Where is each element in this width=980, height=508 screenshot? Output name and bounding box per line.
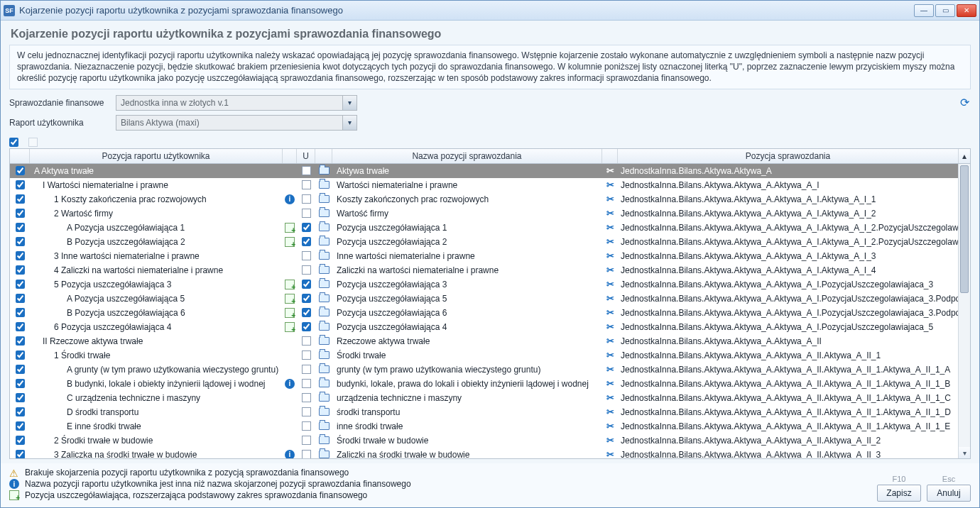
u-checkbox[interactable] [302,280,311,289]
row-checkbox[interactable] [16,407,25,416]
table-row[interactable]: C urządzenia techniczne i maszynyurządze… [10,391,958,405]
scissors-icon[interactable]: ✂ [606,435,614,446]
row-checkbox[interactable] [16,365,25,374]
u-checkbox[interactable] [302,308,311,317]
refresh-icon[interactable]: ⟳ [958,96,971,109]
table-row[interactable]: 3 Inne wartości niematerialne i prawneIn… [10,249,958,263]
maximize-button[interactable]: ▭ [935,4,955,17]
scissors-icon[interactable]: ✂ [606,194,614,204]
folder-icon[interactable] [319,223,330,231]
u-cell[interactable] [297,277,315,292]
scissors-icon[interactable]: ✂ [606,279,614,289]
scissors-icon[interactable]: ✂ [606,392,614,403]
u-cell[interactable] [297,306,315,320]
row-checkbox[interactable] [16,379,25,388]
row-checkbox[interactable] [16,280,25,289]
select-all-checkbox[interactable] [9,138,18,147]
u-cell[interactable] [297,178,315,192]
row-checkbox[interactable] [16,322,25,331]
scroll-up-arrow-header[interactable]: ▴ [958,149,970,163]
u-cell[interactable] [297,235,315,249]
scroll-down-arrow[interactable]: ▾ [959,447,970,458]
u-checkbox[interactable] [302,407,311,416]
scissors-icon[interactable]: ✂ [606,364,614,375]
folder-icon[interactable] [319,181,330,189]
u-checkbox[interactable] [302,209,311,218]
row-checkbox[interactable] [16,350,25,360]
row-checkbox[interactable] [16,265,25,275]
u-cell[interactable] [297,164,315,178]
u-cell[interactable] [297,249,315,263]
table-row[interactable]: E inne środki trwałeinne środki trwałe✂J… [10,419,958,434]
table-row[interactable]: A Pozycja uszczegóławiająca 5Pozycja usz… [10,292,958,306]
cancel-button[interactable]: Anuluj [927,485,971,502]
folder-icon[interactable] [319,408,330,416]
scissors-icon[interactable]: ✂ [606,265,614,275]
u-cell[interactable] [297,320,315,334]
scissors-icon[interactable]: ✂ [606,421,614,431]
scissors-icon[interactable]: ✂ [606,293,614,304]
vertical-scrollbar[interactable]: ▾ [958,164,970,458]
scissors-icon[interactable]: ✂ [606,250,614,261]
row-checkbox[interactable] [16,336,25,346]
u-checkbox[interactable] [302,450,311,458]
folder-icon[interactable] [319,337,330,345]
row-checkbox[interactable] [16,166,25,175]
scissors-icon[interactable]: ✂ [606,350,614,360]
folder-icon[interactable] [319,351,330,359]
table-row[interactable]: A Aktywa trwałeAktywa trwałe✂JednostkaIn… [10,164,958,178]
folder-icon[interactable] [319,167,330,175]
chevron-down-icon[interactable]: ▾ [342,96,356,110]
row-checkbox[interactable] [16,450,25,458]
u-cell[interactable] [297,434,315,448]
scissors-icon[interactable]: ✂ [606,321,614,332]
folder-icon[interactable] [319,252,330,260]
u-cell[interactable] [297,292,315,306]
u-cell[interactable] [297,348,315,363]
folder-icon[interactable] [319,436,330,444]
row-checkbox[interactable] [16,223,25,232]
folder-icon[interactable] [319,380,330,387]
u-checkbox[interactable] [302,265,311,275]
u-checkbox[interactable] [302,322,311,331]
table-row[interactable]: A grunty (w tym prawo użytkowania wieczy… [10,363,958,377]
chevron-down-icon[interactable]: ▾ [342,116,356,130]
u-checkbox[interactable] [302,194,311,204]
table-row[interactable]: 1 Koszty zakończenia prac rozwojowychiKo… [10,192,958,206]
table-row[interactable]: 2 Wartość firmyWartość firmy✂JednostkaIn… [10,206,958,221]
table-row[interactable]: I Wartości niematerialne i prawneWartośc… [10,178,958,192]
table-row[interactable]: B budynki, lokale i obiekty inżynierii l… [10,377,958,391]
scissors-icon[interactable]: ✂ [606,449,614,458]
minimize-button[interactable]: — [914,4,934,17]
row-checkbox[interactable] [16,393,25,402]
row-checkbox[interactable] [16,294,25,303]
u-cell[interactable] [297,192,315,206]
u-cell[interactable] [297,405,315,419]
raport-combo[interactable]: Bilans Aktywa (maxi) ▾ [116,115,357,131]
row-checkbox[interactable] [16,251,25,260]
u-cell[interactable] [297,206,315,221]
u-cell[interactable] [297,363,315,377]
table-row[interactable]: D środki transportuśrodki transportu✂Jed… [10,405,958,419]
table-row[interactable]: 2 Środki trwałe w budowieŚrodki trwałe w… [10,434,958,448]
table-row[interactable]: 5 Pozycja uszczegóławiająca 3Pozycja usz… [10,277,958,292]
table-row[interactable]: 6 Pozycja uszczegóławiająca 4Pozycja usz… [10,320,958,334]
folder-icon[interactable] [319,422,330,430]
secondary-checkbox[interactable] [28,138,38,147]
scissors-icon[interactable]: ✂ [606,407,614,417]
close-button[interactable]: ✕ [957,4,976,17]
u-checkbox[interactable] [302,421,311,431]
scrollbar-thumb[interactable] [960,165,969,293]
u-cell[interactable] [297,221,315,235]
table-row[interactable]: B Pozycja uszczegóławiająca 2Pozycja usz… [10,235,958,249]
scissors-icon[interactable]: ✂ [606,208,614,219]
folder-icon[interactable] [319,451,330,458]
u-checkbox[interactable] [302,294,311,303]
col-u[interactable]: U [297,149,315,163]
scissors-icon[interactable]: ✂ [606,222,614,233]
col-report-position[interactable]: Pozycja sprawozdania [618,149,958,163]
folder-icon[interactable] [319,280,330,288]
table-row[interactable]: 4 Zaliczki na wartości niematerialne i p… [10,263,958,277]
scissors-icon[interactable]: ✂ [606,307,614,318]
u-checkbox[interactable] [302,336,311,346]
